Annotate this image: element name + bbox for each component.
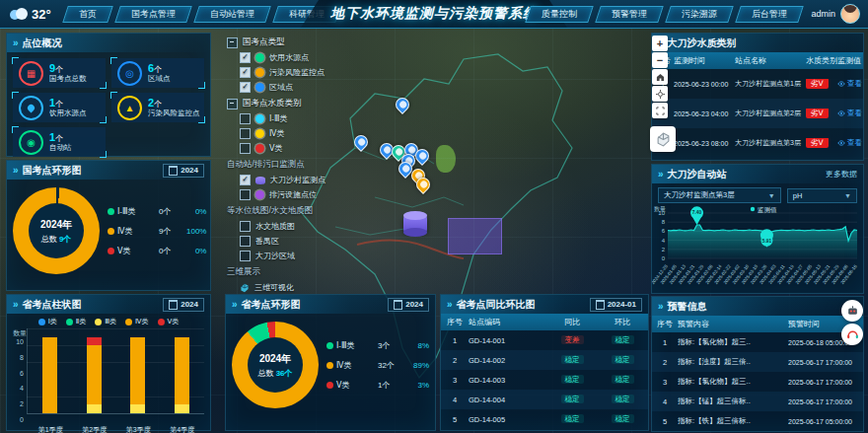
map-zoom-out-button[interactable]: −	[652, 52, 668, 68]
layer-checkbox[interactable]	[240, 189, 251, 200]
legend-dot	[95, 319, 102, 325]
cloud-icon	[8, 8, 28, 20]
layer-group-toggle[interactable]: 国考点类型	[227, 36, 377, 48]
legend-dot	[38, 319, 45, 325]
date-picker[interactable]: 2024	[163, 164, 204, 178]
legend-item: Ⅲ类	[95, 317, 116, 326]
map-locate-button[interactable]	[652, 86, 668, 102]
layer-item[interactable]: 水文地质图	[240, 219, 377, 234]
map-fullscreen-button[interactable]	[652, 103, 668, 118]
mom-status: 稳定	[612, 395, 634, 403]
droplet-icon	[19, 96, 43, 120]
layer-item[interactable]: ✓饮用水源点	[240, 50, 377, 65]
warning-row[interactable]: 2指标:【浊度】超三倍..2025-06-17 17:00:00	[652, 352, 863, 372]
layer-item[interactable]: ✓区域点	[240, 80, 377, 95]
layer-checkbox[interactable]	[240, 113, 251, 124]
user-menu[interactable]: admin	[811, 4, 860, 24]
warning-row[interactable]: 3指标:【氯化物】超三..2025-06-17 17:00:00	[652, 372, 863, 392]
y-tick: 0	[20, 416, 24, 423]
marker-pin-blue[interactable]	[412, 146, 432, 166]
svg-text:2: 2	[662, 247, 666, 253]
marker-cylinder[interactable]	[403, 215, 427, 233]
x-tick: 第2季度	[82, 425, 107, 433]
map-home-button[interactable]	[652, 69, 668, 85]
marker-pin-teal[interactable]	[389, 142, 408, 162]
layer-item[interactable]: Ⅳ类	[240, 126, 377, 141]
layer-item[interactable]: ✓大刀沙村监测点	[240, 173, 377, 187]
nav-pollution-trace[interactable]: 污染溯源	[666, 6, 735, 23]
locate-icon	[656, 90, 665, 99]
nav-warning-mgmt[interactable]: 预警管理	[596, 6, 665, 23]
eye-icon	[837, 110, 845, 116]
layer-item[interactable]: 排污设施点位	[240, 187, 377, 202]
header-arrow-icon: »	[13, 299, 19, 310]
layer-checkbox[interactable]: ✓	[240, 175, 251, 185]
layer-checkbox[interactable]: ✓	[240, 52, 251, 63]
marker-pin-orange[interactable]	[408, 166, 428, 185]
map-3d-button[interactable]	[650, 126, 676, 152]
collapse-icon[interactable]	[227, 37, 238, 48]
marker-pin-blue[interactable]	[377, 140, 397, 160]
layer-checkbox[interactable]	[240, 236, 251, 247]
view-link[interactable]: 查看	[837, 138, 862, 148]
panel-warnings-header: » 预警信息	[652, 297, 863, 316]
chevron-down-icon: ▼	[768, 192, 775, 199]
avatar[interactable]	[840, 4, 860, 24]
marker-pin-blue[interactable]	[401, 140, 421, 160]
bar-column	[42, 337, 57, 413]
bar-chart-legend: Ⅰ类Ⅱ类Ⅲ类Ⅳ类Ⅴ类	[7, 314, 210, 326]
layer-checkbox[interactable]	[240, 143, 251, 154]
station-select[interactable]: 大刀沙村监测点第3层▼	[658, 187, 781, 203]
stat-region-points: ◎ 6个 区域点	[111, 58, 204, 88]
warning-row[interactable]: 5指标:【铁】超三倍标..2025-06-17 05:00:00	[652, 411, 863, 431]
view-link[interactable]: 查看	[837, 79, 862, 89]
panel-national-donut: » 国考点环形图 2024 2024年 总数 9个 Ⅰ-Ⅲ类0个0% Ⅳ类9个1…	[6, 160, 211, 291]
nav-quality-control[interactable]: 质量控制	[526, 6, 595, 23]
warning-row[interactable]: 4指标:【锰】超三倍标..2025-06-17 17:00:00	[652, 392, 863, 411]
nav-home[interactable]: 首页	[62, 6, 113, 23]
yoy-status: 稳定	[561, 395, 584, 403]
donut-legend: Ⅰ-Ⅲ类3个8% Ⅳ类32个89% Ⅴ类1个3%	[326, 340, 429, 391]
layer-type-icon	[255, 190, 264, 199]
layer-checkbox[interactable]	[240, 128, 251, 139]
bullseye-icon: ◉	[19, 130, 43, 155]
collapse-icon[interactable]	[227, 99, 238, 109]
layer-group-toggle[interactable]: 国考点水质类别	[227, 98, 377, 109]
layer-item[interactable]: Ⅴ类	[240, 141, 377, 156]
stat-cards: ▦ 9个 国考点总数 ◎ 6个 区域点 1个 饮用水源点 ▲ 2个 污染风险监控…	[7, 52, 210, 163]
layer-item[interactable]: 大刀沙区域	[240, 249, 377, 263]
layer-checkbox[interactable]	[240, 221, 251, 232]
layer-item[interactable]: 番禺区	[240, 234, 377, 249]
panel-national-donut-header: » 国考点环形图 2024	[7, 161, 210, 180]
layer-item[interactable]: 三维可视化	[240, 280, 377, 295]
bar-chart: 数量 1086420	[7, 326, 210, 423]
nav-national-points[interactable]: 国考点管理	[114, 6, 192, 23]
layer-item[interactable]: Ⅰ-Ⅲ类	[240, 111, 377, 126]
layer-group-title: 三维展示	[227, 266, 377, 278]
layer-checkbox[interactable]: ✓	[240, 67, 251, 78]
nav-admin-mgmt[interactable]: 后台管理	[736, 6, 805, 23]
marker-pin-blue[interactable]	[394, 95, 413, 114]
nav-auto-stations[interactable]: 自动站管理	[193, 6, 271, 23]
layer-item[interactable]: ✓污染风险监控点	[240, 65, 377, 80]
parameter-select[interactable]: pH▼	[787, 188, 857, 203]
date-picker[interactable]: 2024	[388, 298, 429, 312]
layer-checkbox[interactable]: ✓	[240, 82, 251, 93]
warnings-table-header: 序号 预警内容 预警时间	[652, 316, 863, 332]
stat-pollution-risk: ▲ 2个 污染风险监控点	[111, 93, 204, 122]
assistant-button[interactable]	[841, 300, 863, 322]
comparison-table-body: 1GD-14-001变差稳定2GD-14-002稳定稳定3GD-14-003稳定…	[441, 330, 648, 429]
marker-pin-blue[interactable]	[396, 159, 415, 179]
donut-center-label: 2024年 总数 36个	[232, 322, 319, 408]
more-data-link[interactable]: 更多数据	[826, 169, 857, 180]
map-zoom-in-button[interactable]: +	[652, 36, 668, 51]
marker-pin-orange[interactable]	[413, 176, 433, 195]
service-button[interactable]	[841, 324, 863, 345]
date-picker[interactable]: 2024	[163, 298, 204, 312]
layer-checkbox[interactable]	[240, 251, 251, 261]
date-picker[interactable]: 2024-01	[590, 298, 642, 312]
marker-pin-blue[interactable]	[398, 151, 418, 171]
y-tick: 8	[20, 354, 24, 361]
view-link[interactable]: 查看	[837, 108, 862, 118]
warning-row[interactable]: 1指标:【氯化物】超三..2025-06-18 05:00:00	[652, 332, 863, 352]
